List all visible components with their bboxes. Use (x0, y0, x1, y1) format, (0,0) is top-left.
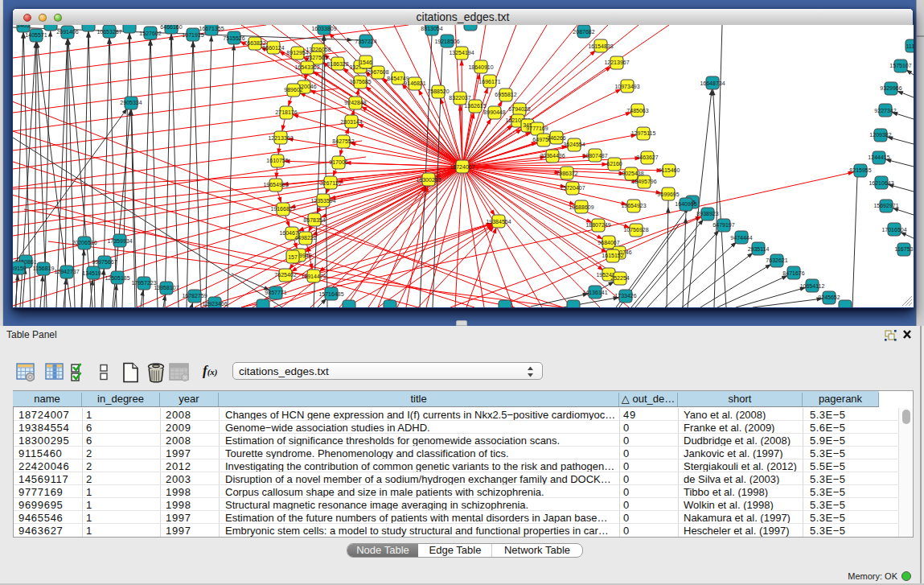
svg-text:39159: 39159 (13, 266, 27, 271)
svg-text:157: 157 (288, 254, 298, 260)
svg-text:1733426: 1733426 (614, 293, 636, 299)
svg-text:62160: 62160 (606, 161, 622, 167)
svg-text:2967608: 2967608 (367, 69, 388, 75)
svg-text:20364436: 20364436 (540, 153, 565, 159)
svg-text:16543362: 16543362 (294, 64, 319, 70)
svg-text:18300295: 18300295 (416, 177, 441, 183)
svg-text:4498222: 4498222 (294, 235, 316, 241)
svg-text:1112: 1112 (906, 43, 914, 49)
svg-text:8813054: 8813054 (421, 26, 442, 31)
svg-text:16210643: 16210643 (869, 180, 893, 186)
svg-text:3624554: 3624554 (563, 142, 585, 147)
svg-text:18495796: 18495796 (631, 179, 656, 184)
svg-text:19166827: 19166827 (270, 206, 295, 212)
svg-text:2087682: 2087682 (573, 29, 594, 35)
svg-text:2691406: 2691406 (56, 29, 78, 35)
svg-text:12942737: 12942737 (54, 269, 79, 274)
svg-text:16154838: 16154838 (588, 43, 613, 49)
svg-text:2935114: 2935114 (748, 246, 770, 252)
svg-text:12975115: 12975115 (631, 130, 656, 136)
svg-text:6955812: 6955812 (495, 92, 516, 97)
svg-text:1071915: 1071915 (182, 32, 203, 38)
svg-text:16914479: 16914479 (301, 274, 326, 279)
svg-text:1345194: 1345194 (82, 270, 104, 276)
svg-text:9463627: 9463627 (636, 154, 658, 160)
svg-text:18724007: 18724007 (450, 164, 474, 170)
svg-text:12923466: 12923466 (202, 301, 227, 307)
svg-text:1209382: 1209382 (869, 132, 891, 138)
svg-text:252254: 252254 (610, 275, 629, 281)
svg-text:16033809: 16033809 (311, 26, 336, 31)
svg-text:15720407: 15720407 (560, 185, 585, 191)
svg-text:19654923: 19654923 (621, 203, 646, 208)
svg-text:12213967: 12213967 (604, 60, 629, 65)
svg-text:16671355: 16671355 (199, 26, 224, 31)
svg-text:9245652: 9245652 (818, 295, 840, 300)
svg-text:14136141: 14136141 (582, 290, 607, 295)
svg-text:7357224: 7357224 (355, 39, 376, 44)
svg-text:12213363: 12213363 (268, 135, 293, 141)
svg-text:9242848: 9242848 (344, 100, 366, 105)
svg-text:10807487: 10807487 (582, 153, 607, 159)
svg-text:19654963: 19654963 (263, 182, 288, 187)
svg-text:1362615: 1362615 (464, 103, 486, 109)
svg-text:19218506: 19218506 (434, 39, 459, 44)
svg-text:8938923: 8938923 (696, 211, 718, 216)
svg-text:3675685: 3675685 (349, 79, 371, 84)
svg-text:15692971: 15692971 (873, 203, 898, 208)
svg-text:1575107: 1575107 (889, 63, 911, 68)
svg-text:8471676: 8471676 (782, 270, 804, 276)
svg-text:7632621: 7632621 (766, 257, 787, 263)
svg-text:17359934: 17359934 (107, 238, 132, 244)
svg-text:15716485: 15716485 (318, 291, 343, 297)
svg-text:1640995: 1640995 (675, 201, 696, 207)
svg-text:8660124: 8660124 (262, 45, 284, 51)
svg-text:116753: 116753 (895, 246, 914, 252)
svg-text:1610755: 1610755 (266, 158, 288, 163)
svg-text:7485063: 7485063 (626, 108, 648, 113)
svg-text:2905334: 2905334 (120, 100, 142, 105)
svg-text:9115460: 9115460 (659, 167, 680, 173)
svg-text:7515526: 7515526 (223, 35, 244, 41)
svg-text:99975667: 99975667 (92, 259, 117, 265)
svg-text:6466160: 6466160 (160, 25, 182, 30)
svg-text:1696171: 1696171 (478, 79, 500, 84)
svg-text:6479197: 6479197 (713, 222, 734, 228)
svg-text:9684067: 9684067 (598, 240, 619, 245)
svg-text:10756928: 10756928 (623, 227, 648, 233)
svg-text:7588520: 7588520 (427, 89, 449, 94)
svg-text:12505185: 12505185 (105, 275, 129, 281)
svg-text:13958107: 13958107 (154, 285, 179, 290)
svg-text:8186328: 8186328 (326, 61, 348, 67)
svg-text:9777169: 9777169 (526, 126, 548, 131)
svg-text:12353594: 12353594 (310, 198, 335, 204)
svg-text:16648734: 16648734 (700, 80, 725, 86)
svg-text:917006: 917006 (329, 159, 347, 165)
svg-text:20206516: 20206516 (72, 240, 97, 245)
svg-text:7986372: 7986372 (556, 171, 577, 176)
svg-text:8990448: 8990448 (483, 109, 505, 115)
svg-text:1615152: 1615152 (602, 253, 623, 258)
svg-text:19384554: 19384554 (486, 219, 511, 225)
svg-text:8427552: 8427552 (332, 138, 354, 144)
svg-text:8322037: 8322037 (449, 95, 470, 101)
svg-text:2803144: 2803144 (340, 119, 362, 125)
svg-text:9227342: 9227342 (874, 108, 896, 113)
svg-text:9327505: 9327505 (306, 55, 327, 60)
svg-text:8215955: 8215955 (849, 167, 871, 173)
svg-text:9329966: 9329966 (880, 85, 901, 91)
svg-text:1527602: 1527602 (139, 31, 161, 36)
svg-text:10973493: 10973493 (614, 84, 639, 89)
svg-text:10654112: 10654112 (800, 283, 825, 289)
svg-text:1244415: 1244415 (868, 154, 889, 160)
svg-text:3267110: 3267110 (320, 180, 342, 186)
svg-text:1405: 1405 (17, 25, 30, 28)
svg-text:13254194: 13254194 (449, 50, 474, 56)
svg-text:1156819: 1156819 (33, 266, 55, 271)
svg-text:9474444: 9474444 (730, 235, 752, 241)
svg-text:18807249: 18807249 (585, 222, 610, 228)
svg-text:10688609: 10688609 (569, 204, 593, 210)
svg-text:989602: 989602 (284, 87, 302, 93)
svg-text:746266: 746266 (547, 135, 565, 141)
svg-text:17016504: 17016504 (881, 227, 906, 233)
